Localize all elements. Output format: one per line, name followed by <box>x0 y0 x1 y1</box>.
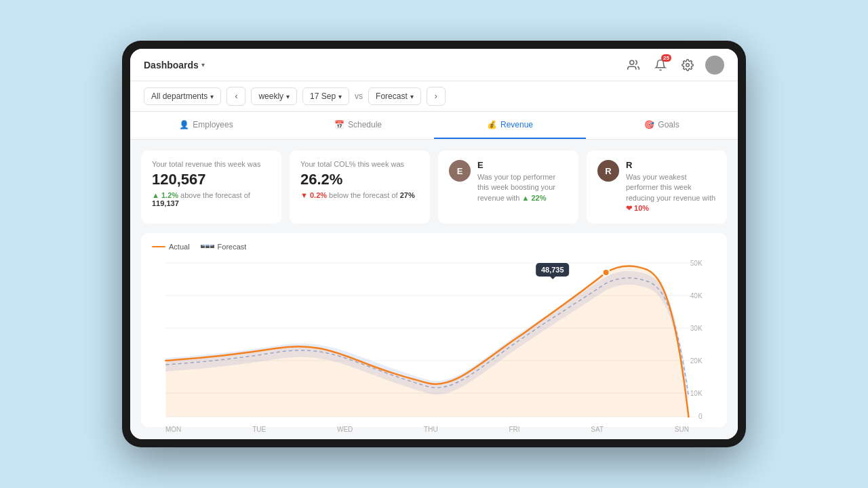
chart-area: 48,735 50K 40K 30K 20K 10K 0 <box>152 258 716 420</box>
col-delta-pct: 0.2% <box>310 191 327 199</box>
schedule-icon: 📅 <box>334 120 344 129</box>
x-label-tue: TUE <box>252 426 266 433</box>
top-performer-value: 22% <box>531 194 546 202</box>
tab-schedule-label: Schedule <box>348 120 382 129</box>
weak-performer-delta: ❤ <box>626 204 634 212</box>
top-performer-delta: ▲ <box>521 194 531 202</box>
device-frame: Dashboards ▾ 25 <box>122 41 746 447</box>
dept-chevron-icon: ▾ <box>210 93 214 100</box>
screen: Dashboards ▾ 25 <box>130 49 738 439</box>
toolbar: All departments ▾ ‹ weekly ▾ 17 Sep ▾ vs… <box>130 81 738 112</box>
prev-period-btn[interactable]: ‹ <box>226 87 245 106</box>
header-left: Dashboards ▾ <box>144 60 205 70</box>
date-select[interactable]: 17 Sep ▾ <box>302 87 349 105</box>
tabs: 👤 Employees 📅 Schedule 💰 Revenue 🎯 Goals <box>130 112 738 140</box>
col-card-sub: ▼ 0.2% below the forecast of 27% <box>300 191 419 199</box>
weak-performer-label: Was your weakest performer this week red… <box>626 173 715 202</box>
chart-container: Actual Forecast 48,735 50K 40 <box>141 233 727 427</box>
tab-employees-label: Employees <box>193 120 233 129</box>
top-performer-card: E E Was your top performer this week boo… <box>438 150 578 224</box>
top-performer-desc: Was your top performer this week boostin… <box>477 172 568 203</box>
x-label-fri: FRI <box>509 426 519 433</box>
x-label-wed: WED <box>337 426 353 433</box>
col-forecast-value: 27% <box>400 191 415 199</box>
next-period-btn[interactable]: › <box>427 87 446 106</box>
actual-line-icon <box>152 246 165 247</box>
goals-icon: 🎯 <box>644 120 654 129</box>
svg-point-1 <box>686 63 690 66</box>
svg-text:40K: 40K <box>690 292 703 300</box>
weak-performer-value: 10% <box>634 204 649 212</box>
team-icon-btn[interactable] <box>624 56 643 75</box>
compare-chevron-icon: ▾ <box>410 93 414 100</box>
weak-performer-name: R <box>626 160 716 170</box>
svg-point-14 <box>603 269 610 276</box>
svg-text:50K: 50K <box>690 260 703 267</box>
revenue-card-value: 120,567 <box>152 171 271 188</box>
chart-tooltip: 48,735 <box>536 263 570 277</box>
chart-legend: Actual Forecast <box>152 243 716 251</box>
chart-x-labels: MON TUE WED THU FRI SAT SUN <box>152 423 716 433</box>
weak-performer-avatar: R <box>597 160 619 182</box>
main-content: Your total revenue this week was 120,567… <box>130 140 738 439</box>
user-avatar[interactable] <box>705 56 724 75</box>
top-performer-name: E <box>477 160 568 170</box>
svg-text:10K: 10K <box>690 390 703 397</box>
tab-revenue-label: Revenue <box>500 120 533 129</box>
revenue-card-label: Your total revenue this week was <box>152 160 271 168</box>
weak-performer-info: R Was your weakest performer this week r… <box>626 160 716 214</box>
legend-actual-label: Actual <box>169 243 190 251</box>
top-performer-avatar: E <box>449 160 471 182</box>
notification-badge: 25 <box>661 54 671 62</box>
svg-text:0: 0 <box>698 413 703 420</box>
revenue-forecast-value: 119,137 <box>152 199 179 207</box>
revenue-delta-up-icon: ▲ <box>152 191 161 199</box>
department-select[interactable]: All departments ▾ <box>144 87 221 105</box>
tab-schedule[interactable]: 📅 Schedule <box>282 112 434 139</box>
chart-svg: 50K 40K 30K 20K 10K 0 <box>152 258 716 420</box>
legend-actual: Actual <box>152 243 190 251</box>
revenue-delta-pct: 1.2% <box>161 191 178 199</box>
x-label-thu: THU <box>424 426 438 433</box>
svg-point-0 <box>630 60 634 64</box>
tooltip-value: 48,735 <box>541 266 564 274</box>
revenue-icon: 💰 <box>487 120 497 129</box>
col-delta-down-icon: ▼ <box>300 191 310 199</box>
svg-text:20K: 20K <box>690 357 703 365</box>
compare-select[interactable]: Forecast ▾ <box>368 87 421 105</box>
col-card-value: 26.2% <box>300 171 419 188</box>
col-card-label: Your total COL% this week was <box>300 160 419 168</box>
weak-performer-card: R R Was your weakest performer this week… <box>587 150 727 224</box>
employees-icon: 👤 <box>179 120 189 129</box>
legend-forecast-label: Forecast <box>218 243 247 251</box>
col-card: Your total COL% this week was 26.2% ▼ 0.… <box>290 150 430 224</box>
header-icons: 25 <box>624 56 724 75</box>
forecast-line-icon <box>201 245 214 248</box>
revenue-forecast-label: above the forecast of <box>180 191 250 199</box>
tab-revenue[interactable]: 💰 Revenue <box>434 112 586 139</box>
settings-icon-btn[interactable] <box>678 56 697 75</box>
tab-goals[interactable]: 🎯 Goals <box>586 112 738 139</box>
period-select[interactable]: weekly ▾ <box>251 87 297 105</box>
tab-goals-label: Goals <box>658 120 679 129</box>
col-forecast-label: below the forecast of <box>329 191 400 199</box>
x-label-sat: SAT <box>591 426 604 433</box>
top-performer-info: E Was your top performer this week boost… <box>477 160 568 203</box>
x-label-sun: SUN <box>675 426 689 433</box>
tab-employees[interactable]: 👤 Employees <box>130 112 282 139</box>
summary-cards: Your total revenue this week was 120,567… <box>141 150 727 224</box>
header: Dashboards ▾ 25 <box>130 49 738 81</box>
weak-performer-desc: Was your weakest performer this week red… <box>626 172 716 214</box>
date-chevron-icon: ▾ <box>338 93 342 100</box>
vs-label: vs <box>355 92 363 101</box>
dropdown-chevron-icon[interactable]: ▾ <box>201 61 205 68</box>
notifications-icon-btn[interactable]: 25 <box>651 56 670 75</box>
period-chevron-icon: ▾ <box>286 93 290 100</box>
dashboard-title[interactable]: Dashboards <box>144 60 199 70</box>
legend-forecast: Forecast <box>201 243 247 251</box>
svg-text:30K: 30K <box>690 325 703 332</box>
revenue-card: Your total revenue this week was 120,567… <box>141 150 281 224</box>
x-label-mon: MON <box>165 426 181 433</box>
revenue-card-sub: ▲ 1.2% above the forecast of 119,137 <box>152 191 271 207</box>
